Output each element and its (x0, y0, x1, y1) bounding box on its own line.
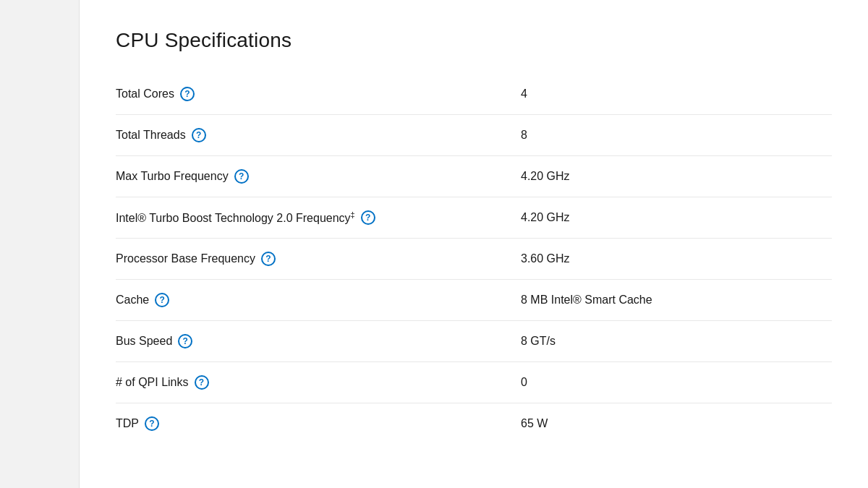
spec-label: Cache (116, 294, 149, 307)
spec-label-cell: TDP? (116, 416, 521, 431)
spec-value: 8 MB Intel® Smart Cache (521, 294, 832, 307)
spec-value: 4.20 GHz (521, 211, 832, 224)
spec-label: Total Cores (116, 87, 174, 100)
spec-value: 0 (521, 376, 832, 389)
spec-label-cell: Total Cores? (116, 87, 521, 101)
table-row: Total Cores?4 (116, 74, 832, 115)
tooltip-icon[interactable]: ? (361, 210, 375, 225)
table-row: Processor Base Frequency?3.60 GHz (116, 239, 832, 280)
spec-value: 8 GT/s (521, 335, 832, 348)
spec-label: TDP (116, 417, 139, 430)
sidebar (0, 0, 80, 488)
spec-table: Total Cores?4Total Threads?8Max Turbo Fr… (116, 74, 832, 444)
table-row: Total Threads?8 (116, 115, 832, 156)
spec-label: Max Turbo Frequency (116, 170, 229, 183)
spec-label-cell: Cache? (116, 293, 521, 307)
tooltip-icon[interactable]: ? (178, 334, 192, 348)
spec-label-cell: Processor Base Frequency? (116, 252, 521, 266)
tooltip-icon[interactable]: ? (195, 375, 209, 390)
section-title: CPU Specifications (116, 29, 832, 52)
spec-value: 65 W (521, 417, 832, 430)
main-content: CPU Specifications Total Cores?4Total Th… (80, 0, 868, 488)
table-row: # of QPI Links?0 (116, 362, 832, 403)
table-row: Max Turbo Frequency?4.20 GHz (116, 156, 832, 197)
spec-label-cell: Max Turbo Frequency? (116, 169, 521, 184)
table-row: Bus Speed?8 GT/s (116, 321, 832, 362)
table-row: TDP?65 W (116, 403, 832, 444)
spec-label-cell: Intel® Turbo Boost Technology 2.0 Freque… (116, 210, 521, 225)
spec-label: Total Threads (116, 129, 186, 142)
table-row: Cache?8 MB Intel® Smart Cache (116, 280, 832, 321)
tooltip-icon[interactable]: ? (192, 128, 206, 142)
table-row: Intel® Turbo Boost Technology 2.0 Freque… (116, 197, 832, 239)
spec-label: Bus Speed (116, 335, 172, 348)
spec-label: # of QPI Links (116, 376, 189, 389)
tooltip-icon[interactable]: ? (234, 169, 249, 184)
tooltip-icon[interactable]: ? (180, 87, 195, 101)
spec-label-cell: Bus Speed? (116, 334, 521, 348)
spec-label-cell: # of QPI Links? (116, 375, 521, 390)
spec-value: 4.20 GHz (521, 170, 832, 183)
spec-label-cell: Total Threads? (116, 128, 521, 142)
spec-value: 8 (521, 129, 832, 142)
tooltip-icon[interactable]: ? (155, 293, 169, 307)
spec-label: Intel® Turbo Boost Technology 2.0 Freque… (116, 210, 355, 225)
spec-label: Processor Base Frequency (116, 252, 255, 265)
tooltip-icon[interactable]: ? (261, 252, 276, 266)
spec-value: 4 (521, 87, 832, 100)
tooltip-icon[interactable]: ? (145, 416, 159, 431)
spec-value: 3.60 GHz (521, 252, 832, 265)
